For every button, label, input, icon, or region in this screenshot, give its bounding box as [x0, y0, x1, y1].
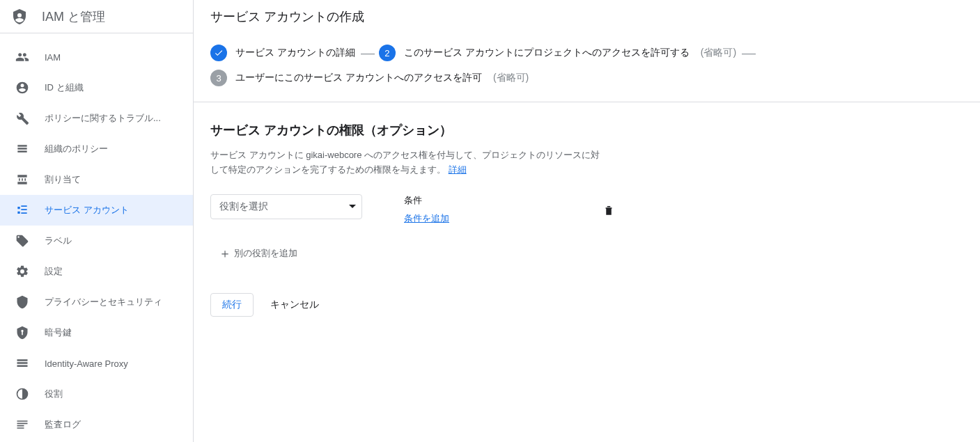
condition-column: 条件 条件を追加	[404, 194, 449, 225]
sidebar-item-11[interactable]: 役割	[0, 379, 193, 409]
sidebar-item-label: 暗号鍵	[45, 326, 72, 339]
step-3[interactable]: 3 ユーザーにこのサービス アカウントへのアクセスを許可 (省略可)	[210, 70, 963, 86]
step-3-number: 3	[210, 70, 227, 86]
sidebar-item-9[interactable]: 暗号鍵	[0, 317, 193, 348]
key-icon	[15, 326, 45, 340]
sidebar-header: IAM と管理	[0, 0, 193, 33]
learn-more-link[interactable]: 詳細	[449, 164, 467, 175]
continue-button[interactable]: 続行	[210, 293, 254, 317]
sidebar-item-8[interactable]: プライバシーとセキュリティ	[0, 287, 193, 317]
sidebar-item-label: Identity-Aware Proxy	[45, 358, 128, 369]
sidebar-item-label: 割り当て	[45, 173, 81, 186]
role-select[interactable]: 役割を選択	[210, 194, 362, 219]
chevron-down-icon	[349, 205, 356, 208]
main: サービス アカウントの作成 サービス アカウントの詳細 — 2 このサービス ア…	[194, 0, 980, 442]
step-connector: —	[742, 45, 754, 61]
sidebar-item-label: ラベル	[45, 235, 72, 247]
shield-icon	[15, 295, 45, 309]
sidebar-item-label: ID と組織	[45, 81, 84, 94]
logs-icon	[15, 418, 45, 432]
sidebar-item-label: 組織のポリシー	[45, 143, 108, 155]
content: サービス アカウントの権限（オプション） サービス アカウントに gikai-w…	[194, 102, 820, 336]
wrench-icon	[15, 111, 45, 125]
list-icon	[15, 142, 45, 156]
people-icon	[15, 50, 45, 64]
step-1[interactable]: サービス アカウントの詳細	[210, 45, 355, 61]
iap-icon	[15, 356, 45, 370]
add-condition-link[interactable]: 条件を追加	[404, 213, 449, 223]
sidebar-item-label: IAM	[45, 52, 61, 63]
roles-icon	[15, 387, 45, 401]
role-row: 役割を選択 条件 条件を追加	[210, 194, 804, 225]
sidebar-item-5[interactable]: サービス アカウント	[0, 195, 193, 226]
gear-icon	[15, 265, 45, 278]
step-2-label: このサービス アカウントにプロジェクトへのアクセスを許可する	[404, 47, 690, 59]
check-icon	[210, 45, 227, 61]
add-role-label: 別の役割を追加	[234, 247, 297, 260]
sidebar-item-12[interactable]: 監査ログ	[0, 409, 193, 440]
sidebar-item-3[interactable]: 組織のポリシー	[0, 134, 193, 164]
sidebar-item-label: ポリシーに関するトラブル...	[45, 112, 161, 125]
step-connector: —	[361, 45, 373, 61]
section-title: サービス アカウントの権限（オプション）	[210, 122, 804, 139]
sidebar: IAM と管理 IAMID と組織ポリシーに関するトラブル...組織のポリシー割…	[0, 0, 194, 442]
step-2-optional: (省略可)	[701, 47, 736, 59]
service-icon	[15, 203, 45, 217]
plus-icon: ＋	[219, 247, 231, 260]
trash-icon	[602, 204, 615, 216]
section-desc-text: サービス アカウントに gikai-webcore へのアクセス権を付与して、プ…	[210, 150, 600, 175]
quota-icon	[15, 173, 45, 187]
section-description: サービス アカウントに gikai-webcore へのアクセス権を付与して、プ…	[210, 148, 600, 177]
sidebar-item-6[interactable]: ラベル	[0, 226, 193, 256]
page-title: サービス アカウントの作成	[210, 8, 364, 25]
sidebar-item-1[interactable]: ID と組織	[0, 72, 193, 103]
step-3-label: ユーザーにこのサービス アカウントへのアクセスを許可	[235, 72, 482, 84]
condition-label: 条件	[404, 194, 449, 207]
sidebar-item-4[interactable]: 割り当て	[0, 164, 193, 195]
sidebar-item-0[interactable]: IAM	[0, 42, 193, 72]
step-1-label: サービス アカウントの詳細	[235, 47, 355, 59]
sidebar-nav: IAMID と組織ポリシーに関するトラブル...組織のポリシー割り当てサービス …	[0, 33, 193, 440]
step-3-optional: (省略可)	[493, 72, 529, 84]
sidebar-item-label: 監査ログ	[45, 418, 81, 431]
sidebar-item-label: 役割	[45, 388, 63, 400]
sidebar-item-label: 設定	[45, 265, 63, 278]
delete-role-button[interactable]	[602, 204, 615, 216]
account-icon	[15, 81, 45, 95]
step-2[interactable]: 2 このサービス アカウントにプロジェクトへのアクセスを許可する (省略可)	[379, 45, 736, 61]
role-select-text: 役割を選択	[219, 200, 268, 213]
sidebar-title: IAM と管理	[42, 8, 105, 25]
add-another-role[interactable]: ＋ 別の役割を追加	[219, 247, 804, 260]
stepper: サービス アカウントの詳細 — 2 このサービス アカウントにプロジェクトへのア…	[194, 33, 980, 102]
button-row: 続行 キャンセル	[210, 293, 804, 317]
sidebar-item-label: プライバシーとセキュリティ	[45, 296, 162, 308]
sidebar-item-2[interactable]: ポリシーに関するトラブル...	[0, 103, 193, 134]
cancel-button[interactable]: キャンセル	[270, 299, 319, 311]
sidebar-item-7[interactable]: 設定	[0, 256, 193, 287]
step-2-number: 2	[379, 45, 396, 61]
sidebar-item-10[interactable]: Identity-Aware Proxy	[0, 348, 193, 379]
main-header: サービス アカウントの作成	[194, 0, 980, 33]
sidebar-item-label: サービス アカウント	[45, 204, 129, 216]
shield-icon	[11, 8, 42, 25]
tag-icon	[15, 234, 45, 248]
